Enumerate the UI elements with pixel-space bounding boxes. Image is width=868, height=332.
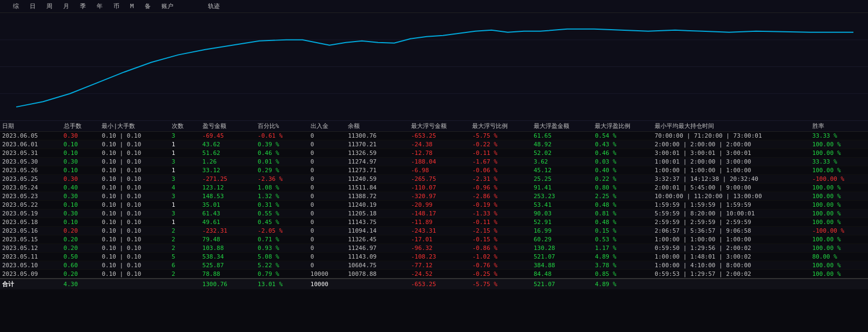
nav-备[interactable]: 备 <box>143 1 153 11</box>
nav-M[interactable]: M <box>128 2 136 11</box>
cell-winrate: -100.00 % <box>810 227 868 235</box>
cell-pct: 0.93 % <box>255 244 308 253</box>
cell-maxlosspct: -0.76 % <box>470 261 531 270</box>
cell-balance: 11143.09 <box>346 253 409 261</box>
cell-inout: 0 <box>308 218 346 227</box>
nav-轨迹[interactable]: 轨迹 <box>206 1 222 11</box>
cell-maxlosspct: -2.86 % <box>470 192 531 201</box>
cell-date: 2023.05.18 <box>0 218 62 227</box>
cell-winrate: 100.00 % <box>810 209 868 218</box>
nav-月[interactable]: 月 <box>61 1 71 11</box>
nav-周[interactable]: 周 <box>44 1 55 11</box>
nav-日[interactable]: 日 <box>28 1 38 11</box>
th-minmax: 最小|大手数 <box>99 121 169 132</box>
cell-minmax: 0.10 | 0.10 <box>99 132 169 140</box>
cell-date: 2023.05.25 <box>0 175 62 184</box>
cell-date: 2023.05.15 <box>0 235 62 244</box>
cell-maxloss: -6.98 <box>409 166 470 175</box>
cell-winrate: 33.33 % <box>810 158 868 166</box>
cell-maxlosspct: -0.22 % <box>470 140 531 149</box>
cell-count: 2 <box>170 244 200 253</box>
cell-balance: 11240.59 <box>346 175 409 184</box>
cell-winrate: 100.00 % <box>810 235 868 244</box>
cell-count: 2 <box>170 270 200 279</box>
cell-date: 2023.05.12 <box>0 244 62 253</box>
nav-币[interactable]: 币 <box>111 1 122 11</box>
cell-maxprofit: 130.28 <box>531 244 593 253</box>
cell-avgtime: 2:59:59 | 2:59:59 | 2:59:59 <box>652 218 810 227</box>
cell-total: 0.50 <box>62 253 100 261</box>
cell-pnl: 43.62 <box>200 140 256 149</box>
cell-maxprofitpct: 0.48 % <box>593 218 652 227</box>
footer-minmax <box>99 279 169 289</box>
cell-pnl: 51.62 <box>200 149 256 158</box>
th-maxprofitpct: 最大浮盈比例 <box>593 121 652 132</box>
cell-total: 0.20 <box>62 227 100 235</box>
footer-avgtime <box>652 279 810 289</box>
cell-minmax: 0.10 | 0.10 <box>99 218 169 227</box>
cell-maxprofit: 90.03 <box>531 209 593 218</box>
cell-maxlosspct: -2.15 % <box>470 227 531 235</box>
cell-maxprofitpct: 0.85 % <box>593 270 652 279</box>
cell-maxloss: -188.04 <box>409 158 470 166</box>
cell-date: 2023.05.24 <box>0 184 62 192</box>
cell-date: 2023.05.16 <box>0 227 62 235</box>
cell-maxprofit: 61.65 <box>531 132 593 140</box>
nav-季[interactable]: 季 <box>78 1 88 11</box>
cell-maxprofitpct: 0.80 % <box>593 184 652 192</box>
cell-total: 0.10 <box>62 140 100 149</box>
cell-total: 0.60 <box>62 261 100 270</box>
cell-maxloss: -12.78 <box>409 149 470 158</box>
table-body: 2023.06.05 0.30 0.10 | 0.10 3 -69.45 -0.… <box>0 132 868 279</box>
cell-inout: 0 <box>308 166 346 175</box>
cell-maxprofitpct: 0.53 % <box>593 235 652 244</box>
cell-total: 0.40 <box>62 184 100 192</box>
cell-date: 2023.06.05 <box>0 132 62 140</box>
table-row: 2023.05.10 0.60 0.10 | 0.10 6 525.87 5.2… <box>0 261 868 270</box>
cell-maxlosspct: -1.33 % <box>470 209 531 218</box>
cell-date: 2023.05.11 <box>0 253 62 261</box>
table-row: 2023.05.24 0.40 0.10 | 0.10 4 123.12 1.0… <box>0 184 868 192</box>
cell-count: 3 <box>170 175 200 184</box>
footer-maxprofitpct: 4.89 % <box>593 279 652 289</box>
cell-maxprofit: 53.41 <box>531 201 593 209</box>
cell-maxlosspct: -0.06 % <box>470 166 531 175</box>
cell-maxprofitpct: 2.25 % <box>593 192 652 201</box>
cell-balance: 11326.45 <box>346 235 409 244</box>
cell-date: 2023.05.22 <box>0 201 62 209</box>
cell-inout: 0 <box>308 149 346 158</box>
cell-maxprofit: 84.48 <box>531 270 593 279</box>
cell-maxloss: -148.17 <box>409 209 470 218</box>
cell-balance: 11094.14 <box>346 227 409 235</box>
cell-balance: 11511.84 <box>346 184 409 192</box>
nav-账户[interactable]: 账户 <box>159 1 176 11</box>
cell-avgtime: 1:59:59 | 1:59:59 | 1:59:59 <box>652 201 810 209</box>
nav-综[interactable]: 综 <box>11 1 21 11</box>
nav-年[interactable]: 年 <box>95 1 105 11</box>
cell-total: 0.10 <box>62 166 100 175</box>
cell-pct: 0.45 % <box>255 218 308 227</box>
table-row: 2023.05.09 0.20 0.10 | 0.10 2 78.88 0.79… <box>0 270 868 279</box>
cell-minmax: 0.10 | 0.10 <box>99 261 169 270</box>
cell-pnl: 538.34 <box>200 253 256 261</box>
cell-pnl: -271.25 <box>200 175 256 184</box>
cell-avgtime: 3:00:01 | 3:00:01 | 3:00:01 <box>652 149 810 158</box>
cell-maxprofitpct: 0.03 % <box>593 158 652 166</box>
cell-minmax: 0.10 | 0.10 <box>99 253 169 261</box>
cell-maxprofit: 384.88 <box>531 261 593 270</box>
cell-minmax: 0.10 | 0.10 <box>99 158 169 166</box>
data-table: 日期 总手数 最小|大手数 次数 盈亏金额 百分比% 出入金 余额 最大浮亏金额… <box>0 121 868 289</box>
cell-maxloss: -96.32 <box>409 244 470 253</box>
header: 综 日 周 月 季 年 币 M 备 账户 轨迹 <box>0 0 868 13</box>
cell-inout: 0 <box>308 140 346 149</box>
cell-avgtime: 0:59:50 | 1:29:56 | 2:00:02 <box>652 244 810 253</box>
cell-total: 0.20 <box>62 270 100 279</box>
cell-maxprofit: 52.91 <box>531 218 593 227</box>
th-count: 次数 <box>170 121 200 132</box>
cell-maxloss: -17.01 <box>409 235 470 244</box>
th-pct: 百分比% <box>255 121 308 132</box>
cell-balance: 11274.97 <box>346 158 409 166</box>
cell-avgtime: 1:00:01 | 2:00:00 | 3:00:00 <box>652 158 810 166</box>
cell-balance: 10078.88 <box>346 270 409 279</box>
cell-minmax: 0.10 | 0.10 <box>99 192 169 201</box>
